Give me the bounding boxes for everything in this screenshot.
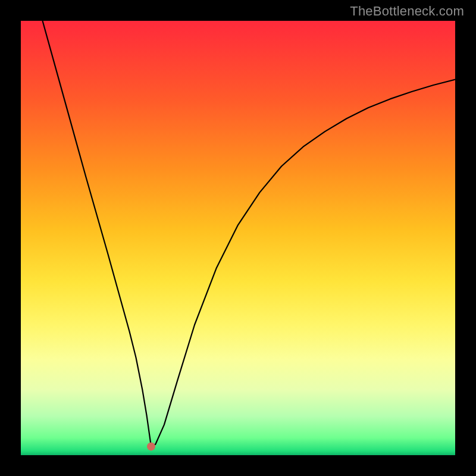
- watermark-text: TheBottleneck.com: [350, 4, 464, 19]
- plot-area: [21, 21, 455, 455]
- curve-svg: [21, 21, 455, 455]
- chart-frame: TheBottleneck.com: [0, 0, 476, 476]
- bottleneck-curve: [43, 21, 456, 446]
- cusp-point-icon: [147, 442, 155, 450]
